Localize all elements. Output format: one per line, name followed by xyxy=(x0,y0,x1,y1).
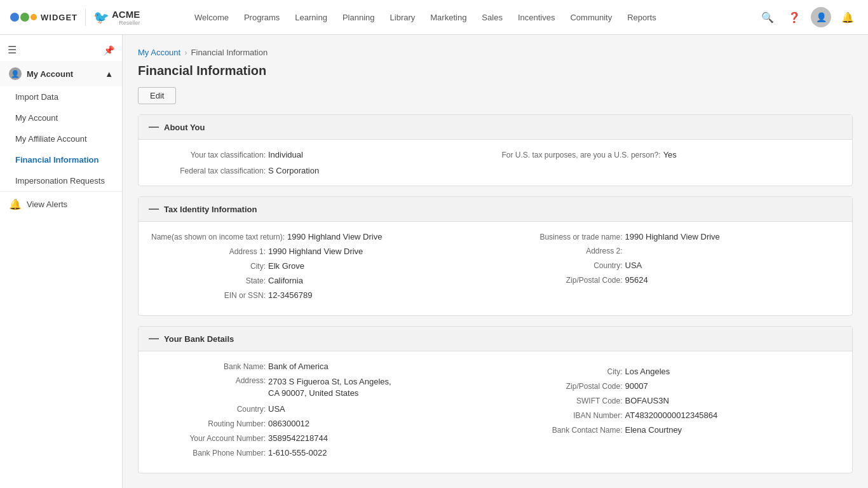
bank-city-row: City: Los Angeles xyxy=(508,367,840,376)
federal-tax-label: Federal tax classification: xyxy=(151,166,266,175)
sidebar-my-account-label: My Account xyxy=(27,69,73,79)
trade-name-row: Business or trade name: 1990 Highland Vi… xyxy=(508,232,840,241)
contact-name-label: Bank Contact Name: xyxy=(508,426,623,435)
swift-row: SWIFT Code: BOFAUS3N xyxy=(508,396,840,405)
tax-identity-title: Tax Identity Information xyxy=(164,205,257,214)
nav-planning[interactable]: Planning xyxy=(336,9,381,26)
tax-identity-card: — Tax Identity Information Name(as shown… xyxy=(138,196,853,316)
city-value: Elk Grove xyxy=(268,261,304,271)
bank-name-value: Bank of America xyxy=(268,362,329,371)
sidebar-item-import-data[interactable]: Import Data xyxy=(0,86,122,107)
tax-classification-row: Your tax classification: Individual xyxy=(151,150,489,159)
federal-tax-row: Federal tax classification: S Corporatio… xyxy=(151,166,489,175)
breadcrumb-parent[interactable]: My Account xyxy=(138,48,180,57)
bank-phone-row: Bank Phone Number: 1-610-555-0022 xyxy=(151,448,483,458)
contact-name-row: Bank Contact Name: Elena Courtney xyxy=(508,425,840,435)
breadcrumb-current: Financial Information xyxy=(191,48,268,57)
widget-text: WIDGET xyxy=(41,13,78,22)
user-avatar[interactable]: 👤 xyxy=(811,7,831,27)
circle-green xyxy=(20,13,29,22)
address2-label: Address 2: xyxy=(508,247,623,255)
tax-identity-header: — Tax Identity Information xyxy=(139,197,852,222)
widget-logo[interactable]: WIDGET xyxy=(10,13,78,22)
name-row: Name(as shown on income taxt return): 19… xyxy=(151,232,483,241)
city-row: City: Elk Grove xyxy=(151,261,483,271)
bank-name-label: Bank Name: xyxy=(151,362,266,371)
acme-brand: ACME xyxy=(112,9,140,20)
nav-programs[interactable]: Programs xyxy=(238,9,286,26)
content-area: My Account › Financial Information Finan… xyxy=(123,35,868,488)
bank-zip-label: Zip/Postal Code: xyxy=(508,382,623,391)
tax-left-col: Name(as shown on income taxt return): 19… xyxy=(151,232,483,305)
sidebar-item-my-account[interactable]: My Account xyxy=(0,107,122,128)
iban-label: IBAN Number: xyxy=(508,411,623,420)
bank-city-value: Los Angeles xyxy=(625,367,670,376)
nav-incentives[interactable]: Incentives xyxy=(512,9,562,26)
nav-learning[interactable]: Learning xyxy=(288,9,334,26)
top-navigation: WIDGET 🐦 ACME Reseller Welcome Programs … xyxy=(0,0,868,35)
bank-name-row: Bank Name: Bank of America xyxy=(151,362,483,371)
iban-row: IBAN Number: AT483200000012345864 xyxy=(508,410,840,420)
breadcrumb-separator: › xyxy=(184,48,187,57)
user-icon: 👤 xyxy=(9,67,22,80)
acme-text-block: ACME Reseller xyxy=(112,9,140,26)
zip-value: 95624 xyxy=(625,275,648,285)
ein-label: EIN or SSN: xyxy=(151,291,266,300)
tax-classification-label: Your tax classification: xyxy=(151,151,266,159)
sidebar-my-account-header[interactable]: 👤 My Account ▲ xyxy=(0,61,122,86)
country-row: Country: USA xyxy=(508,261,840,270)
nav-library[interactable]: Library xyxy=(384,9,422,26)
state-value: California xyxy=(268,276,303,285)
edit-button[interactable]: Edit xyxy=(138,87,176,104)
nav-reports[interactable]: Reports xyxy=(621,9,663,26)
about-you-card: — About You Your tax classification: Ind… xyxy=(138,114,853,186)
bank-details-title: Your Bank Details xyxy=(164,334,234,344)
bank-address-label: Address: xyxy=(151,376,266,385)
circle-orange xyxy=(31,14,37,20)
search-button[interactable]: 🔍 xyxy=(757,7,778,27)
about-you-grid: Your tax classification: Individual For … xyxy=(151,150,839,175)
about-you-header: — About You xyxy=(139,115,852,140)
sidebar-alerts[interactable]: 🔔 View Alerts xyxy=(0,192,122,217)
sidebar-hamburger-icon[interactable]: ☰ xyxy=(8,44,17,56)
zip-label: Zip/Postal Code: xyxy=(508,276,623,285)
sidebar-item-financial[interactable]: Financial Information xyxy=(0,149,122,170)
address1-value: 1990 Highland View Drive xyxy=(268,247,363,256)
sidebar-collapse-icon: ▲ xyxy=(105,69,113,79)
nav-community[interactable]: Community xyxy=(564,9,618,26)
nav-icons: 🔍 ❓ 👤 🔔 xyxy=(757,7,858,27)
account-number-row: Your Account Number: 3589542218744 xyxy=(151,433,483,443)
sidebar-pin-icon[interactable]: 📌 xyxy=(104,45,114,55)
nav-sales[interactable]: Sales xyxy=(475,9,509,26)
nav-welcome[interactable]: Welcome xyxy=(188,9,235,26)
bank-details-body: Bank Name: Bank of America Address: 2703… xyxy=(139,351,852,473)
country-value: USA xyxy=(625,261,642,270)
acme-sub: Reseller xyxy=(112,20,140,26)
about-you-body: Your tax classification: Individual For … xyxy=(139,140,852,186)
sidebar-item-affiliate[interactable]: My Affiliate Account xyxy=(0,128,122,149)
us-person-row: For U.S. tax purposes, are you a U.S. pe… xyxy=(502,150,840,159)
about-you-title: About You xyxy=(164,123,205,132)
bank-city-label: City: xyxy=(508,367,623,376)
zip-row: Zip/Postal Code: 95624 xyxy=(508,275,840,285)
federal-tax-value: S Corporation xyxy=(268,166,319,175)
routing-row: Routing Number: 086300012 xyxy=(151,419,483,428)
bell-icon: 🔔 xyxy=(9,198,22,210)
about-you-dash: — xyxy=(149,121,159,133)
acme-logo[interactable]: 🐦 ACME Reseller xyxy=(85,9,140,26)
trade-name-label: Business or trade name: xyxy=(508,233,623,241)
address2-row: Address 2: xyxy=(508,247,840,255)
bank-country-value: USA xyxy=(268,404,285,414)
bank-details-card: — Your Bank Details Bank Name: Bank of A… xyxy=(138,326,853,473)
address1-row: Address 1: 1990 Highland View Drive xyxy=(151,247,483,256)
name-label: Name(as shown on income taxt return): xyxy=(151,233,285,241)
nav-marketing[interactable]: Marketing xyxy=(424,9,473,26)
bank-zip-row: Zip/Postal Code: 90007 xyxy=(508,381,840,391)
notifications-button[interactable]: 🔔 xyxy=(837,7,858,27)
bank-country-row: Country: USA xyxy=(151,404,483,414)
sidebar-item-impersonation[interactable]: Impersonation Requests xyxy=(0,170,122,191)
state-row: State: California xyxy=(151,276,483,285)
help-button[interactable]: ❓ xyxy=(784,7,804,27)
breadcrumb: My Account › Financial Information xyxy=(138,48,853,57)
bank-zip-value: 90007 xyxy=(625,381,648,391)
